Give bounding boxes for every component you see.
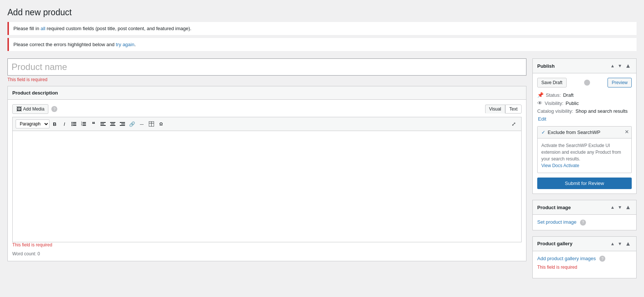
set-product-image-link[interactable]: Set product image: [537, 219, 577, 225]
svg-rect-20: [120, 125, 125, 126]
svg-rect-18: [120, 122, 125, 123]
publish-collapse-down[interactable]: ▼: [617, 63, 623, 69]
product-image-collapse-down[interactable]: ▼: [617, 204, 623, 211]
status-label: Status:: [546, 92, 561, 98]
catalog-visibility-label: Catalog visibility:: [537, 108, 573, 114]
product-name-input[interactable]: [7, 58, 526, 76]
publish-box-body: Save Draft Preview 📌 Status: Draft 👁: [533, 73, 636, 194]
searchwp-activate-link[interactable]: Activate: [563, 163, 579, 168]
searchwp-checkmark: ✓: [541, 130, 545, 135]
product-gallery-help-icon[interactable]: ?: [599, 256, 605, 262]
product-gallery-box: Product gallery ▲ ▼ ▲ Add product galler…: [532, 236, 637, 279]
description-metabox: Product description 🖼 Add Media ?: [7, 86, 526, 261]
product-gallery-header-controls: ▲ ▼ ▲: [609, 240, 632, 248]
product-gallery-collapse-down[interactable]: ▼: [617, 240, 623, 247]
notice-text-1b: required custom fields (post title, post…: [45, 26, 191, 31]
visibility-value: Public: [565, 100, 579, 106]
italic-button[interactable]: I: [60, 119, 69, 128]
format-toolbar: Paragraph B I 123 ❝: [12, 117, 522, 131]
media-help-icon[interactable]: ?: [51, 106, 57, 112]
svg-text:3: 3: [81, 124, 82, 126]
bold-button[interactable]: B: [50, 119, 59, 128]
product-gallery-title: Product gallery: [537, 241, 573, 246]
align-left-button[interactable]: [99, 119, 108, 128]
searchwp-header: ✓ Exclude from SearchWP: [538, 127, 631, 138]
svg-rect-17: [110, 125, 115, 126]
description-editor[interactable]: [12, 131, 522, 242]
word-count: Word count: 0: [12, 251, 522, 256]
publish-collapse-up[interactable]: ▲: [609, 63, 615, 69]
status-value: Draft: [563, 92, 573, 98]
tab-text[interactable]: Text: [505, 105, 522, 114]
unordered-list-button[interactable]: [70, 119, 79, 128]
svg-point-5: [71, 125, 73, 126]
svg-rect-19: [121, 124, 125, 124]
product-image-header-controls: ▲ ▼ ▲: [609, 203, 632, 211]
special-char-button[interactable]: Ω: [157, 119, 166, 128]
align-center-button[interactable]: [108, 119, 117, 128]
visibility-row: 👁 Visibility: Public: [537, 100, 632, 106]
searchwp-label: Exclude from SearchWP: [548, 130, 600, 135]
svg-point-4: [71, 124, 73, 125]
ordered-list-button[interactable]: 123: [79, 119, 88, 128]
product-gallery-body: Add product gallery images ? This field …: [533, 251, 636, 278]
paragraph-select[interactable]: Paragraph: [16, 119, 49, 128]
add-media-button[interactable]: 🖼 Add Media: [12, 104, 48, 114]
status-row: 📌 Status: Draft: [537, 92, 632, 98]
media-plus-icon: 🖼: [16, 106, 22, 112]
product-image-toggle[interactable]: ▲: [624, 203, 632, 211]
catalog-visibility-row: Catalog visibility: Shop and search resu…: [537, 108, 632, 114]
visibility-icon: 👁: [537, 100, 542, 106]
preview-button[interactable]: Preview: [608, 78, 632, 87]
product-name-error: This field is required: [7, 77, 526, 82]
svg-point-3: [71, 122, 73, 123]
description-label: Product description: [12, 90, 58, 96]
page-title: Add new product: [7, 7, 637, 17]
product-gallery-collapse-up[interactable]: ▲: [609, 240, 615, 247]
product-gallery-toggle[interactable]: ▲: [624, 240, 632, 248]
notice-all-link[interactable]: all: [41, 26, 45, 31]
product-image-collapse-up[interactable]: ▲: [609, 204, 615, 211]
searchwp-view-docs-link[interactable]: View Docs: [541, 163, 562, 168]
publish-meta: 📌 Status: Draft 👁 Visibility: Public Cat…: [537, 92, 632, 122]
editor-toolbar: 🖼 Add Media ? Visual Text: [12, 104, 522, 114]
svg-rect-13: [100, 124, 104, 124]
product-image-help-icon[interactable]: ?: [580, 220, 586, 226]
info-dot[interactable]: [584, 80, 590, 86]
searchwp-body: Activate the SearchWP Exclude UI extensi…: [538, 138, 631, 173]
searchwp-close-button[interactable]: ✕: [625, 129, 629, 135]
add-gallery-images-link[interactable]: Add product gallery images: [537, 256, 596, 261]
submit-review-button[interactable]: Submit for Review: [537, 178, 632, 189]
product-image-body: Set product image ?: [533, 215, 636, 230]
table-button[interactable]: [147, 119, 156, 128]
align-right-button[interactable]: [118, 119, 127, 128]
notice-correct-errors: Please correct the errors highlighted be…: [7, 38, 637, 51]
horizontal-rule-button[interactable]: —: [137, 119, 146, 128]
catalog-visibility-value: Shop and search results: [576, 108, 628, 114]
save-draft-button[interactable]: Save Draft: [537, 78, 567, 87]
publish-toggle[interactable]: ▲: [624, 62, 632, 70]
searchwp-description: Activate the SearchWP Exclude UI extensi…: [541, 143, 621, 162]
add-media-label: Add Media: [23, 106, 44, 112]
visibility-label: Visibility:: [545, 100, 563, 106]
tab-visual[interactable]: Visual: [485, 105, 505, 114]
notice-try-again-link[interactable]: try again: [116, 42, 134, 47]
word-count-label: Word count:: [12, 251, 36, 256]
svg-rect-7: [83, 124, 86, 124]
notice-required-fields: Please fill in all required custom field…: [7, 22, 637, 35]
publish-box: Publish ▲ ▼ ▲ Save Draft Preview: [532, 58, 637, 194]
svg-rect-0: [73, 122, 76, 123]
searchwp-exclude-box: ✓ Exclude from SearchWP ✕ Activate the S…: [537, 126, 632, 173]
notice-text-2b: .: [134, 42, 136, 47]
publish-header-controls: ▲ ▼ ▲: [609, 62, 632, 70]
catalog-visibility-edit-link[interactable]: Edit: [538, 116, 546, 122]
notice-text-1: Please fill in: [13, 26, 41, 31]
svg-rect-12: [100, 122, 106, 123]
link-button[interactable]: 🔗: [128, 119, 137, 128]
svg-rect-15: [110, 122, 115, 123]
blockquote-button[interactable]: ❝: [89, 119, 98, 128]
svg-rect-8: [83, 125, 86, 126]
fullscreen-button[interactable]: ⤢: [509, 119, 518, 128]
product-image-header: Product image ▲ ▼ ▲: [533, 200, 636, 215]
product-gallery-header: Product gallery ▲ ▼ ▲: [533, 237, 636, 251]
